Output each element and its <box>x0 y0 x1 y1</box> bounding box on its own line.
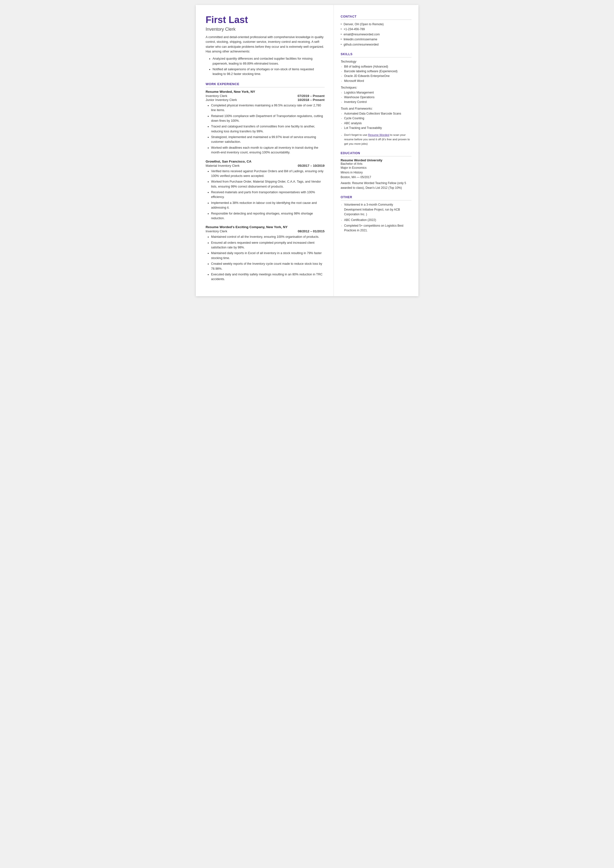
skills-cat-3-item-2: Cycle Counting <box>341 116 411 121</box>
job-3-bullet-3: Maintained daily reports in Excel of all… <box>211 251 325 261</box>
skills-cat-2-item-2: Warehouse Operations <box>341 95 411 100</box>
right-column: CONTACT Denver, OH (Open to Remote) +1-2… <box>334 5 419 296</box>
job-1-role-line-2: Junior Inventory Clerk 10/2018 – Present <box>206 98 325 102</box>
skills-cat-1-list: Bill of lading software (Advanced) Barco… <box>341 64 411 83</box>
other-item-3: Completed 5+ competitions on Logistics B… <box>341 224 411 233</box>
job-2-bullet-4: Implemented a 38% reduction in labour co… <box>211 201 325 210</box>
skills-cat-3-item-4: Lot Tracking and Traceability <box>341 126 411 130</box>
skills-cat-2-name: Techniques: <box>341 86 411 89</box>
skills-cat-3-list: Automated Data Collection/ Barcode Scans… <box>341 111 411 130</box>
edu-location-date-1: Boston, MA — 05/2017 <box>341 175 411 180</box>
job-1-bullet-4: Strategized, implemented and maintained … <box>211 135 325 144</box>
job-1-bullet-3: Traced and catalogued transfers of commo… <box>211 124 325 134</box>
job-block-2: Growthsi, San Francisco, CA Material Inv… <box>206 160 325 221</box>
job-block-3: Resume Worded's Exciting Company, New Yo… <box>206 225 325 282</box>
other-title: OTHER <box>341 196 411 200</box>
job-1-bullet-5: Worked with deadlines each month to capt… <box>211 146 325 155</box>
other-list: Volunteered in a 3-month Community Devel… <box>341 202 411 233</box>
candidate-name: First Last <box>206 15 325 25</box>
skills-cat-2-list: Logistics Management Warehouse Operation… <box>341 90 411 105</box>
contact-item-5: github.com/resumeworded <box>341 42 411 47</box>
job-3-bullet-1: Maintained control of all the Inventory,… <box>211 234 325 239</box>
summary-bullet-1: Analyzed quantity differences and contac… <box>212 56 325 66</box>
job-block-1: Resume Worded, New York, NY Inventory Cl… <box>206 90 325 155</box>
job-3-bullets: Maintained control of all the Inventory,… <box>206 234 325 282</box>
job-3-role-1: Inventory Clerk <box>206 229 227 233</box>
job-3-role-line-1: Inventory Clerk 08/2012 – 01/2015 <box>206 229 325 233</box>
skills-note: Don't forget to use Resume Worded to sca… <box>341 133 411 146</box>
edu-degree-1: Bachelor of Arts <box>341 162 411 166</box>
skills-cat-1-item-1: Bill of lading software (Advanced) <box>341 64 411 69</box>
job-1-dates-2: 10/2018 – Present <box>298 98 324 102</box>
job-3-bullet-4: Created weekly reports of the Inventory … <box>211 262 325 271</box>
candidate-title: Inventory Clerk <box>206 27 325 32</box>
job-2-role-1: Material Inventory Clerk <box>206 164 240 168</box>
resume-container: First Last Inventory Clerk A committed a… <box>196 5 419 296</box>
education-title: EDUCATION <box>341 151 411 156</box>
job-2-company: Growthsi, San Francisco, CA <box>206 160 325 163</box>
job-3-bullet-5: Executed daily and monthly safety meetin… <box>211 272 325 282</box>
skills-cat-3-item-3: ABC analysis <box>341 121 411 126</box>
job-3-company: Resume Worded's Exciting Company, New Yo… <box>206 225 325 229</box>
skills-title: SKILLS <box>341 53 411 57</box>
skills-cat-2-item-1: Logistics Management <box>341 90 411 95</box>
job-2-bullet-3: Received materials and parts from transp… <box>211 190 325 200</box>
job-2-bullet-1: Verified items received against Purchase… <box>211 169 325 179</box>
other-item-2: ABC Certification (2022) <box>341 218 411 222</box>
contact-item-2: +1-234-456-789 <box>341 27 411 32</box>
job-1-role-2: Junior Inventory Clerk <box>206 98 237 102</box>
contact-item-3: email@resumeworded.com <box>341 32 411 37</box>
summary-bullet-2: Notified all salespersons of any shortag… <box>212 67 325 77</box>
edu-block-1: Resume Worded University Bachelor of Art… <box>341 158 411 190</box>
edu-minor-1: Minors in History <box>341 170 411 175</box>
job-1-company: Resume Worded, New York, NY <box>206 90 325 93</box>
job-2-role-line-1: Material Inventory Clerk 05/2017 – 10/20… <box>206 164 325 168</box>
summary-text: A committed and detail-oriented professi… <box>206 35 325 54</box>
work-experience-title: WORK EXPERIENCE <box>206 82 325 87</box>
contact-item-1: Denver, OH (Open to Remote) <box>341 22 411 27</box>
other-item-1: Volunteered in a 3-month Community Devel… <box>341 202 411 217</box>
job-3-bullet-2: Ensured all orders requested were comple… <box>211 241 325 250</box>
edu-school-1: Resume Worded University <box>341 158 411 162</box>
job-2-bullet-5: Responsible for detecting and reporting … <box>211 211 325 221</box>
skills-cat-1-item-4: Microsoft Word <box>341 79 411 83</box>
skills-cat-3-name: Tools and Frameworks: <box>341 107 411 110</box>
skills-cat-1-item-2: Barcode labeling software (Experienced) <box>341 69 411 74</box>
job-2-bullet-2: Worked from Purchase Order, Material Shi… <box>211 179 325 189</box>
edu-awards-1: Awards: Resume Worded Teaching Fellow (o… <box>341 181 411 190</box>
contact-title: CONTACT <box>341 15 411 20</box>
job-1-bullet-2: Retained 100% compliance with Department… <box>211 114 325 123</box>
left-column: First Last Inventory Clerk A committed a… <box>196 5 334 296</box>
job-1-bullet-1: Completed physical inventories maintaini… <box>211 103 325 113</box>
job-2-bullets: Verified items received against Purchase… <box>206 169 325 221</box>
skills-note-text: Don't forget to use <box>344 134 368 136</box>
contact-list: Denver, OH (Open to Remote) +1-234-456-7… <box>341 22 411 47</box>
skills-cat-1-name: Technology <box>341 60 411 63</box>
skills-cat-1-item-3: Oracle JD Edwards EnterpriseOne <box>341 74 411 78</box>
job-2-dates-1: 05/2017 – 10/2019 <box>298 164 324 168</box>
job-1-bullets: Completed physical inventories maintaini… <box>206 103 325 155</box>
skills-cat-2-item-3: Inventory Control <box>341 100 411 104</box>
contact-item-4: linkedin.com/in/username <box>341 37 411 42</box>
summary-bullets-list: Analyzed quantity differences and contac… <box>206 56 325 77</box>
job-1-role-1: Inventory Clerk <box>206 94 227 98</box>
job-1-role-line-1: Inventory Clerk 07/2019 – Present <box>206 94 325 98</box>
job-3-dates-1: 08/2012 – 01/2015 <box>298 229 324 233</box>
skills-cat-3-item-1: Automated Data Collection/ Barcode Scans <box>341 111 411 116</box>
job-1-dates-1: 07/2019 – Present <box>298 94 324 98</box>
resume-worded-link[interactable]: Resume Worded <box>368 134 389 136</box>
edu-major-1: Major in Economics <box>341 166 411 170</box>
